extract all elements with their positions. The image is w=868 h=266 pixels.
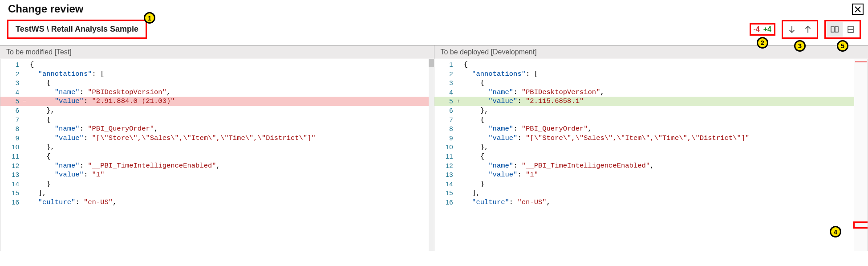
code-line: "name": "__PBI_TimeIntelligenceEnabled",	[462, 161, 868, 171]
code-line: },	[462, 106, 868, 115]
code-line: "value": "1"	[462, 170, 868, 180]
code-line: ],	[28, 188, 434, 198]
code-line: "name": "PBIDesktopVersion",	[28, 88, 434, 97]
line-number: 2	[434, 70, 462, 79]
left-code-pane[interactable]: 12345−678910111213141516 { "annotations"…	[0, 59, 434, 251]
minimap-highlight-box	[853, 221, 868, 229]
pane-headers: To be modified [Test] To be deployed [De…	[0, 45, 868, 59]
callout-badge-3: 3	[794, 40, 806, 52]
line-number: 1	[0, 60, 28, 70]
line-number: 16	[0, 198, 28, 207]
scrollbar-thumb[interactable]	[429, 59, 434, 67]
next-change-button[interactable]	[784, 22, 800, 37]
left-code: { "annotations": [ { "name": "PBIDesktop…	[28, 59, 434, 207]
line-number: 12	[0, 161, 28, 171]
line-number: 14	[0, 180, 28, 189]
toolbar: TestWS \ Retail Analysis Sample 1 -4 +4 …	[0, 20, 868, 45]
line-number: 6	[0, 106, 28, 115]
code-line: {	[462, 78, 868, 88]
code-line: {	[462, 115, 868, 125]
line-number: 7	[434, 115, 462, 125]
nav-arrows-group: 3	[782, 20, 818, 39]
code-line: {	[28, 152, 434, 161]
code-line: "value": "2.91.884.0 (21.03)"	[28, 97, 434, 106]
right-code-pane[interactable]: 12345+678910111213141516 { "annotations"…	[434, 59, 868, 251]
line-number: 7	[0, 115, 28, 125]
line-number: 5−	[0, 97, 28, 106]
line-number: 8	[434, 124, 462, 134]
code-line: {	[28, 60, 434, 70]
code-line: "culture": "en-US",	[28, 198, 434, 207]
inline-view-button[interactable]	[843, 22, 859, 37]
callout-badge-5: 5	[837, 40, 848, 52]
line-number: 4	[434, 88, 462, 97]
line-number: 13	[434, 170, 462, 180]
line-number: 1	[434, 60, 462, 70]
code-line: }	[28, 180, 434, 189]
line-number: 3	[0, 78, 28, 88]
line-number: 15	[0, 188, 28, 198]
side-by-side-view-button[interactable]	[827, 22, 843, 37]
left-scrollbar[interactable]	[429, 59, 434, 251]
code-line: "value": "2.115.6858.1"	[462, 97, 868, 106]
right-code: { "annotations": [ { "name": "PBIDesktop…	[462, 59, 868, 207]
code-line: "annotations": [	[462, 70, 868, 79]
breadcrumb-text: TestWS \ Retail Analysis Sample	[16, 25, 138, 33]
minimap-change-marker	[855, 61, 867, 62]
code-line: {	[28, 115, 434, 125]
code-line: "name": "__PBI_TimeIntelligenceEnabled",	[28, 161, 434, 171]
side-by-side-icon	[830, 25, 839, 34]
line-number: 10	[0, 143, 28, 152]
svg-rect-1	[835, 27, 838, 32]
code-line: },	[28, 106, 434, 115]
line-number: 6	[434, 106, 462, 115]
right-gutter: 12345+678910111213141516	[434, 59, 462, 207]
code-line: ],	[462, 188, 868, 198]
line-number: 13	[0, 170, 28, 180]
lines-removed-stat: -4	[752, 25, 762, 33]
line-number: 15	[434, 188, 462, 198]
prev-change-button[interactable]	[800, 22, 816, 37]
close-icon	[854, 6, 861, 13]
code-line: {	[462, 152, 868, 161]
code-line: "name": "PBIDesktopVersion",	[462, 88, 868, 97]
callout-badge-1: 1	[144, 12, 155, 24]
callout-badge-4: 4	[830, 226, 841, 237]
arrow-up-icon	[803, 25, 812, 34]
close-button[interactable]	[852, 4, 864, 15]
code-line: "value": "[\"Store\",\"Sales\",\"Item\",…	[28, 134, 434, 143]
plus-marker: +	[457, 97, 460, 106]
diff-stats-group: -4 +4 2	[750, 23, 775, 36]
code-line: "value": "[\"Store\",\"Sales\",\"Item\",…	[462, 134, 868, 143]
callout-badge-2: 2	[757, 37, 768, 49]
line-number: 3	[434, 78, 462, 88]
code-line: "name": "PBI_QueryOrder",	[462, 124, 868, 134]
code-line: {	[462, 60, 868, 70]
line-number: 12	[434, 161, 462, 171]
code-line: "name": "PBI_QueryOrder",	[28, 124, 434, 134]
minus-marker: −	[23, 97, 26, 106]
line-number: 10	[434, 143, 462, 152]
dialog-title: Change review	[0, 0, 868, 20]
code-line: "annotations": [	[28, 70, 434, 79]
inline-icon	[846, 25, 855, 34]
left-gutter: 12345−678910111213141516	[0, 59, 28, 207]
lines-added-stat: +4	[762, 25, 773, 33]
line-number: 14	[434, 180, 462, 189]
code-line: }	[462, 180, 868, 189]
left-pane-title: To be modified [Test]	[0, 45, 434, 59]
arrow-down-icon	[787, 25, 796, 34]
line-number: 8	[0, 124, 28, 134]
line-number: 2	[0, 70, 28, 79]
line-number: 11	[434, 152, 462, 161]
svg-rect-0	[831, 27, 834, 32]
line-number: 9	[0, 134, 28, 143]
diff-container: 12345−678910111213141516 { "annotations"…	[0, 59, 868, 251]
line-number: 5+	[434, 97, 462, 106]
code-line: "value": "1"	[28, 170, 434, 180]
line-number: 16	[434, 198, 462, 207]
line-number: 4	[0, 88, 28, 97]
code-line: "culture": "en-US",	[462, 198, 868, 207]
line-number: 11	[0, 152, 28, 161]
line-number: 9	[434, 134, 462, 143]
